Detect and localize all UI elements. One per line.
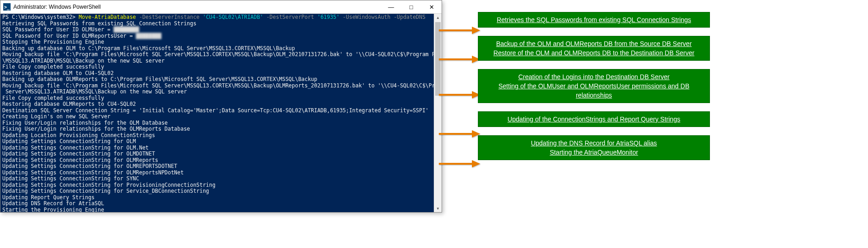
param-usewindowsauth: -UseWindowsAuth [340, 14, 391, 20]
output-line: SQL Password for User ID OLMUser = █████… [2, 27, 440, 33]
svg-marker-9 [472, 160, 480, 167]
callout-arrow [439, 54, 480, 64]
output-line: \MSSQL13.ATRIADB\MSSQL\Backup on the new… [2, 58, 440, 64]
console-area[interactable]: PS C:\Windows\system32> Move-AtriaDataba… [0, 14, 442, 212]
command-line: PS C:\Windows\system32> Move-AtriaDataba… [2, 14, 440, 21]
output-line: Updating Settings ConnectionString for O… [2, 170, 440, 176]
callout-arrow [439, 90, 480, 100]
output-line: SQL Password for User ID OLMReportsUser … [2, 33, 440, 40]
param-updatedns: -UpdateDNS [391, 14, 425, 20]
output-line: Restoring database OLM to CU4-SQL02 [2, 70, 440, 77]
output-line: Retrieving SQL Passwords from existing S… [2, 21, 440, 27]
window-buttons: — □ ✕ [381, 0, 442, 13]
output-line: Backing up database OLMReports to C:\Pro… [2, 76, 440, 83]
output-line: File Copy completed successfully [2, 64, 440, 70]
output-line: Updating DNS Record for AtriaSQL [2, 201, 440, 207]
callout-box: Updating the DNS Record for AtriaSQL ali… [478, 135, 710, 160]
maximize-button[interactable]: □ [401, 0, 421, 13]
output-line: Backing up database OLM to C:\Program Fi… [2, 46, 440, 52]
window-title: Administrator: Windows PowerShell [13, 4, 381, 10]
callout-arrow [439, 159, 480, 169]
callout-box: Retrieves the SQL Passwords from existin… [478, 12, 710, 28]
output-line: Updating Settings ConnectionString for O… [2, 138, 440, 145]
output-line: Updating Report Query Strings [2, 195, 440, 201]
output-line: Server\MSSQL13.ATRIADB\MSSQL\Backup on t… [2, 89, 440, 95]
prompt-path: PS C:\Windows\system32> [2, 14, 79, 20]
powershell-icon-glyph: >_ [4, 5, 10, 10]
output-line: Updating Settings ConnectionString for O… [2, 151, 440, 157]
window-titlebar[interactable]: >_ Administrator: Windows PowerShell — □… [0, 0, 442, 14]
callout-arrow [439, 129, 480, 139]
console-output: PS C:\Windows\system32> Move-AtriaDataba… [0, 14, 442, 212]
output-line: Creating Login's on new SQL Server [2, 114, 440, 120]
output-text: SQL Password for User ID OLMReportsUser … [2, 33, 136, 39]
param-destserverport: -DestServerPort [263, 14, 318, 20]
scroll-down-arrow-icon[interactable]: ▼ [434, 205, 442, 212]
output-line: Updating Settings ConnectionString for S… [2, 188, 440, 195]
param-destserverinstance: -DestServerInstance [136, 14, 203, 20]
callout-box: Backup of the OLM and OLMReports DB from… [478, 36, 710, 61]
output-line: Updating Settings ConnectionString for O… [2, 163, 440, 170]
callout-line: relationships [482, 91, 706, 100]
callout-line: Updating the DNS Record for AtriaSQL ali… [482, 138, 706, 148]
callout-line: Backup of the OLM and OLMReports DB from… [482, 39, 706, 48]
powershell-window: >_ Administrator: Windows PowerShell — □… [0, 0, 442, 213]
scroll-up-arrow-icon[interactable]: ▲ [434, 14, 442, 21]
output-line: Updating Settings ConnectionString for O… [2, 157, 440, 164]
output-line: Updating Location Provisioning Connectio… [2, 133, 440, 139]
scroll-thumb[interactable] [435, 22, 441, 96]
callout-box: Updating of the ConnectionStrings and Re… [478, 111, 710, 127]
callout-box: Creation of the Logins into the Destinat… [478, 69, 710, 103]
redacted-password: ████████ [113, 26, 139, 33]
output-line: Fixing User/Login relationships for the … [2, 120, 440, 127]
output-line: Restoring database OLMReports to CU4-SQL… [2, 101, 440, 108]
callout-arrow [439, 25, 480, 35]
callout-line: Updating of the ConnectionStrings and Re… [482, 115, 706, 124]
value-destserverport: '61935' [317, 14, 339, 20]
close-button[interactable]: ✕ [421, 0, 442, 13]
callout-stack: Retrieves the SQL Passwords from existin… [478, 12, 710, 160]
output-line: Fixing User/Login relationships for the … [2, 126, 440, 133]
output-line: Moving backup file 'C:\Program Files\Mic… [2, 83, 440, 89]
output-line: Moving backup file 'C:\Program Files\Mic… [2, 52, 440, 58]
value-destserverinstance: 'CU4-SQL02\ATRIADB' [203, 14, 263, 20]
callout-line: Retrieves the SQL Passwords from existin… [482, 15, 706, 24]
vertical-scrollbar[interactable]: ▲ ▼ [434, 14, 442, 212]
cmdlet-name: Move-AtriaDatabase [79, 14, 136, 20]
output-line: Updating Settings ConnectionString for P… [2, 182, 440, 189]
output-line: Stopping the Provisioning Engine [2, 39, 440, 46]
output-line: File Copy completed successfully [2, 95, 440, 102]
output-line: Destination SQL Server Connection String… [2, 108, 440, 114]
output-line: Starting the Provisioning Engine [2, 207, 440, 213]
output-line: Updating Settings ConnectionString for O… [2, 145, 440, 151]
callout-line: Creation of the Logins into the Destinat… [482, 72, 706, 81]
output-line: Updating Settings ConnectionString for S… [2, 176, 440, 182]
output-text: SQL Password for User ID OLMUser = [2, 26, 113, 33]
callout-line: Starting the AtriaQueueMonitor [482, 148, 706, 157]
redacted-password: ████████ [136, 33, 161, 39]
callout-line: Restore of the OLM and OLMReports DB to … [482, 48, 706, 58]
callout-line: Setting of the OLMUser and OLMReportsUse… [482, 81, 706, 91]
powershell-icon: >_ [3, 3, 11, 11]
minimize-button[interactable]: — [381, 0, 401, 13]
